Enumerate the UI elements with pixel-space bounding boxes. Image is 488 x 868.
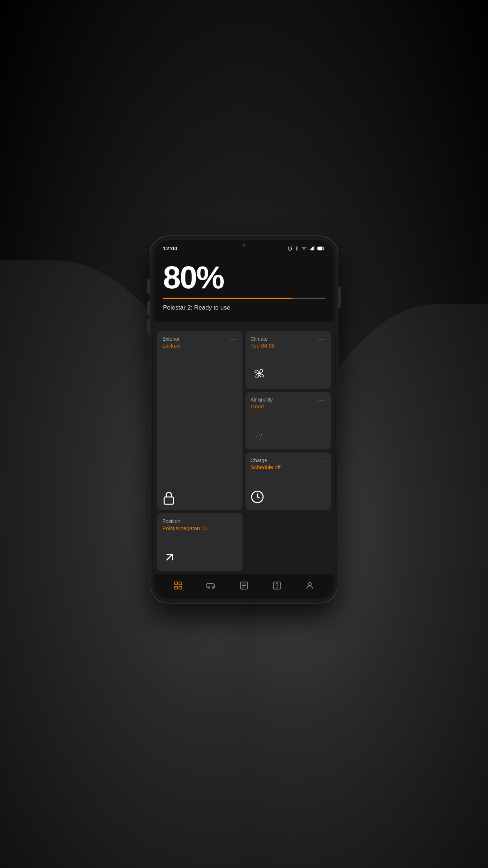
lock-svg [162, 491, 175, 505]
svg-point-36 [208, 587, 210, 588]
svg-point-20 [262, 435, 263, 435]
tile-charge-title-group: Charge Schedule off [251, 458, 281, 470]
lock-icon [162, 491, 175, 505]
external-arrow-icon [162, 550, 177, 566]
svg-point-12 [261, 434, 262, 435]
tile-charge-value: Schedule off [251, 464, 281, 470]
tile-exterior-icon-area [162, 491, 237, 505]
svg-point-17 [258, 433, 259, 433]
tile-position-header: Position Polstjärnegatan 10 ··· [162, 518, 237, 532]
clock-svg [251, 490, 264, 504]
tile-air-quality-title-group: Air quality Good [251, 397, 273, 409]
tile-climate[interactable]: Climate Tue 08:00 ··· [245, 331, 331, 389]
tile-climate-title-group: Climate Tue 08:00 [251, 336, 275, 349]
svg-point-16 [260, 438, 261, 438]
svg-point-18 [260, 433, 260, 433]
tile-charge-more[interactable]: ··· [318, 458, 326, 464]
tile-climate-header: Climate Tue 08:00 ··· [251, 336, 326, 349]
tile-charge[interactable]: Charge Schedule off ··· [245, 452, 331, 510]
svg-rect-35 [179, 586, 182, 589]
list-nav-icon [239, 581, 249, 590]
tile-climate-label: Climate [251, 336, 275, 342]
status-time: 12:00 [163, 245, 177, 251]
svg-point-44 [308, 582, 312, 586]
arrow-svg [162, 550, 177, 565]
tile-exterior-header: Exterior Locked ··· [162, 336, 237, 349]
svg-line-31 [167, 554, 173, 561]
air-quality-dots-icon [251, 427, 268, 444]
svg-rect-3 [311, 248, 312, 250]
battery-icon [317, 246, 325, 251]
notch [222, 240, 266, 250]
tile-charge-label: Charge [251, 458, 281, 463]
svg-rect-34 [175, 586, 177, 589]
grid-section: Exterior Locked ··· [154, 328, 334, 574]
svg-rect-5 [313, 246, 314, 250]
svg-rect-33 [179, 582, 182, 585]
svg-point-27 [263, 435, 264, 436]
svg-point-1 [304, 250, 304, 250]
tile-position-icon-area [162, 550, 237, 566]
tile-charge-icon-area [251, 490, 326, 505]
nav-item-help[interactable] [268, 579, 286, 592]
tile-charge-header: Charge Schedule off ··· [251, 458, 326, 470]
svg-point-25 [262, 437, 262, 438]
tile-position-title-group: Position Polstjärnegatan 10 [162, 518, 207, 532]
svg-point-28 [256, 433, 257, 433]
svg-point-23 [261, 439, 261, 439]
alarm-icon [287, 246, 292, 251]
svg-rect-2 [310, 249, 311, 250]
tile-exterior-title-group: Exterior Locked [162, 336, 180, 349]
svg-rect-4 [312, 247, 313, 250]
tile-exterior[interactable]: Exterior Locked ··· [157, 331, 243, 510]
tile-climate-icon-area [251, 365, 326, 384]
profile-nav-icon [305, 581, 314, 590]
battery-bar-container [163, 298, 325, 299]
clock-icon [251, 490, 264, 505]
tile-climate-value: Tue 08:00 [251, 342, 275, 349]
tile-air-quality[interactable]: Air quality Good ··· [245, 392, 331, 450]
tile-exterior-more[interactable]: ··· [230, 336, 237, 342]
svg-point-26 [254, 435, 255, 436]
svg-rect-7 [318, 247, 322, 250]
dashboard-nav-icon [174, 581, 183, 590]
tile-position-value: Polstjärnegatan 10 [162, 525, 207, 532]
help-nav-icon [272, 581, 282, 590]
tile-air-quality-icon-area [251, 427, 326, 444]
fan-svg [251, 365, 268, 382]
svg-point-24 [256, 437, 256, 438]
phone-wrapper: 12:00 [150, 236, 338, 603]
car-nav-icon [206, 581, 216, 590]
car-status: Polestar 2: Ready to use [163, 304, 325, 311]
nav-item-list[interactable] [235, 579, 253, 592]
nav-item-car[interactable] [202, 579, 220, 592]
svg-rect-32 [175, 582, 177, 585]
signal-icon [309, 246, 315, 251]
tile-position-label: Position [162, 518, 207, 524]
nav-item-dashboard[interactable] [169, 579, 187, 592]
tile-air-quality-label: Air quality [251, 397, 273, 403]
bottom-nav [154, 574, 334, 599]
svg-point-21 [259, 439, 260, 440]
svg-point-19 [255, 435, 256, 435]
svg-point-29 [261, 433, 262, 433]
phone-screen: 12:00 [154, 240, 334, 599]
bluetooth-icon [295, 246, 299, 251]
tile-air-quality-more[interactable]: ··· [318, 397, 326, 403]
tile-exterior-label: Exterior [162, 336, 180, 342]
tile-exterior-value: Locked [162, 342, 180, 349]
tile-climate-more[interactable]: ··· [318, 336, 326, 342]
svg-point-11 [257, 434, 257, 435]
fan-icon [251, 365, 268, 384]
nav-item-profile[interactable] [301, 579, 319, 592]
phone-outer: 12:00 [150, 236, 338, 603]
wifi-icon [301, 246, 307, 251]
svg-point-13 [256, 436, 257, 437]
air-quality-svg [251, 427, 268, 444]
status-icons [287, 246, 325, 251]
svg-rect-8 [164, 497, 174, 504]
svg-point-10 [259, 435, 260, 436]
tile-position-more[interactable]: ··· [230, 518, 237, 525]
tile-position[interactable]: Position Polstjärnegatan 10 ··· [157, 513, 243, 571]
svg-point-22 [257, 439, 257, 439]
